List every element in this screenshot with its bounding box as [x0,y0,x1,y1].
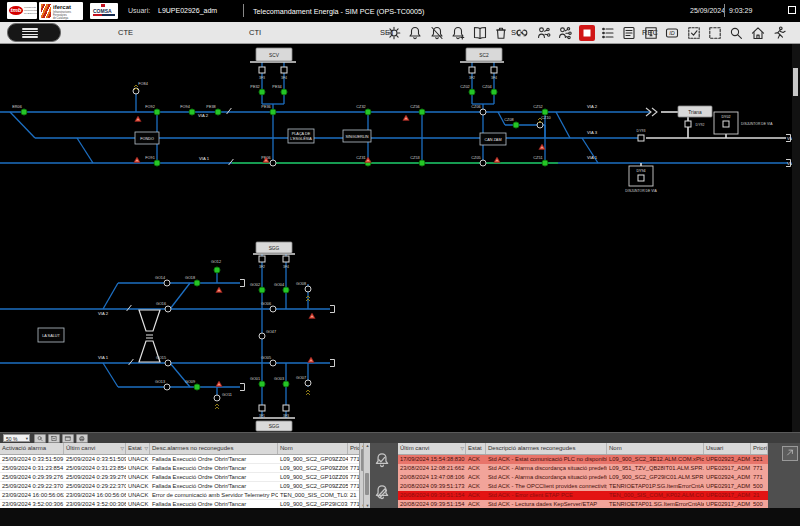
breaker-node-CZ32[interactable] [365,109,371,115]
book-icon[interactable] [472,25,488,41]
breaker-node-GO06[interactable] [270,306,276,312]
breaker-square-DY93[interactable] [638,135,644,141]
column-header[interactable]: Usuari [704,443,751,454]
breaker-node-PE36[interactable] [270,109,276,115]
table-row[interactable]: 20/08/2024 13:47:08:106ACKStd ACK - Alar… [398,473,768,482]
breaker-square-3F4[interactable] [283,256,289,262]
table-row[interactable]: 20/08/2024 09:39:51:154ACKStd ACK - Erro… [398,491,768,500]
breaker-node-PE06[interactable] [270,160,276,166]
breaker-node-CZ06[interactable] [480,109,486,115]
breaker-node-GO08[interactable] [305,286,311,292]
breaker-node-CZ56[interactable] [419,109,425,115]
table-row[interactable]: 20/08/2024 09:39:51:154ACKStd ACK - Lect… [398,500,768,508]
breaker-square[interactable] [638,175,644,181]
text-frame-icon[interactable] [643,25,659,41]
table-row[interactable]: 25/09/2024 0:31:23:85425/09/2024 0:31:23… [0,464,366,473]
link-break-icon[interactable] [514,25,530,41]
tab-cti[interactable]: CTI [249,28,261,37]
column-header[interactable]: Nom [278,443,348,454]
column-header[interactable]: Descripció alarmes reconegudes [486,443,607,454]
column-header[interactable]: Últim canvi▽ [398,443,466,454]
breaker-node-GO07[interactable] [305,380,311,386]
gear-icon[interactable] [386,25,402,41]
open-external-icon[interactable] [782,446,798,461]
breaker-node-GO14[interactable] [164,280,170,286]
breaker-node-GO09[interactable] [194,384,200,390]
breaker-node-GO16[interactable] [165,306,171,312]
schematic-scroll-track[interactable] [792,44,800,432]
window-control-icon[interactable] [788,6,796,14]
bell-edit-icon[interactable] [373,483,391,501]
breaker-square-3F3[interactable] [283,405,289,411]
search-icon[interactable] [34,434,46,443]
tab-cte[interactable]: CTE [118,28,133,37]
home-icon[interactable] [750,25,766,41]
table-row[interactable]: 25/09/2024 0:33:51:50925/09/2024 0:33:51… [0,455,366,464]
bell-icon[interactable] [407,25,423,41]
table-row[interactable]: 23/09/2024 16:00:56:06223/09/2024 16:00:… [0,491,366,500]
table-row[interactable]: 25/09/2024 0:29:22:37025/09/2024 0:29:22… [0,482,366,491]
breaker-node-PE34[interactable] [281,89,287,95]
search-icon[interactable] [728,25,744,41]
table-row[interactable]: 23/08/2024 12:08:21:662ACKStd ACK - Alar… [398,464,768,473]
column-header[interactable]: Estat [466,443,486,454]
breaker-node-GO05[interactable] [270,360,276,366]
breaker-node-CZ53[interactable] [419,160,425,166]
id-badge-icon[interactable]: ID [664,25,680,41]
trash-icon[interactable] [493,25,509,41]
column-header[interactable]: Activació alarma [0,443,64,454]
breaker-node-PE32[interactable] [259,89,265,95]
user-network-alt-icon[interactable] [557,25,573,41]
window-icon[interactable] [62,434,74,443]
breaker-square-3F3[interactable] [259,67,265,73]
column-header[interactable]: Prioritat [751,443,768,454]
breaker-node-FO84[interactable] [133,88,139,94]
bell-off-icon[interactable] [429,25,445,41]
table-row[interactable]: 17/09/2024 15:54:38:830ACKStd ACK - Esta… [398,455,768,464]
list-icon[interactable] [600,25,616,41]
breaker-square-3F4[interactable] [491,67,497,73]
breaker-node-GO47[interactable] [259,333,265,339]
column-header[interactable]: Nom [607,443,704,454]
breaker-node-FO91[interactable] [154,160,160,166]
breaker-node-CZ05[interactable] [480,160,486,166]
table-row[interactable]: 20/08/2024 09:39:51:173ACKStd ACK - The … [398,482,768,491]
breaker-node-CZ51[interactable] [542,160,548,166]
expand-icon[interactable] [48,434,60,443]
breaker-node-FO92[interactable] [154,109,160,115]
breaker-node-GO03[interactable] [283,381,289,387]
breaker-node-PE38[interactable] [215,109,221,115]
breaker-square-DY92[interactable] [685,121,691,127]
breaker-node-GO15[interactable] [165,360,171,366]
breaker-square[interactable] [723,121,729,127]
breaker-node-CZ08[interactable] [513,122,519,128]
breaker-node-ER06[interactable] [21,109,27,115]
user-network-icon[interactable] [536,25,552,41]
bell-check-icon[interactable] [373,451,391,469]
table-row[interactable]: 23/09/2024 3:52:00:30623/09/2024 3:52:00… [0,500,366,508]
check-select-icon[interactable] [686,25,702,41]
breaker-node-GO12[interactable] [214,267,220,273]
form-icon[interactable] [621,25,637,41]
breaker-node-GO11[interactable] [214,395,220,401]
breaker-square-3F4[interactable] [281,67,287,73]
column-header[interactable]: Desc.alarmes no reconegudes [150,443,278,454]
breaker-square-3F1[interactable] [259,405,265,411]
breaker-node-GO02[interactable] [259,287,265,293]
column-header[interactable]: Últim canvi▽ [64,443,126,454]
zoom-level-select[interactable]: 50 %▾ [3,434,30,442]
breaker-node-GO04[interactable] [283,287,289,293]
runner-icon[interactable] [771,25,787,41]
marquee-select-icon[interactable] [707,25,723,41]
hamburger-menu-button[interactable] [7,23,61,42]
column-header[interactable]: Estat▽ [126,443,150,454]
breaker-node-CZ02[interactable] [469,89,475,95]
bell-plus-icon[interactable] [450,25,466,41]
breaker-node-CZ04[interactable] [491,89,497,95]
table-row[interactable]: 25/09/2024 0:29:39:27625/09/2024 0:29:39… [0,473,366,482]
breaker-node-GO01[interactable] [259,381,265,387]
breaker-node-GO13[interactable] [164,384,170,390]
breaker-square-3F2[interactable] [259,256,265,262]
schematic-scroll-thumb[interactable] [793,68,798,96]
stop-active-icon[interactable] [579,25,595,41]
